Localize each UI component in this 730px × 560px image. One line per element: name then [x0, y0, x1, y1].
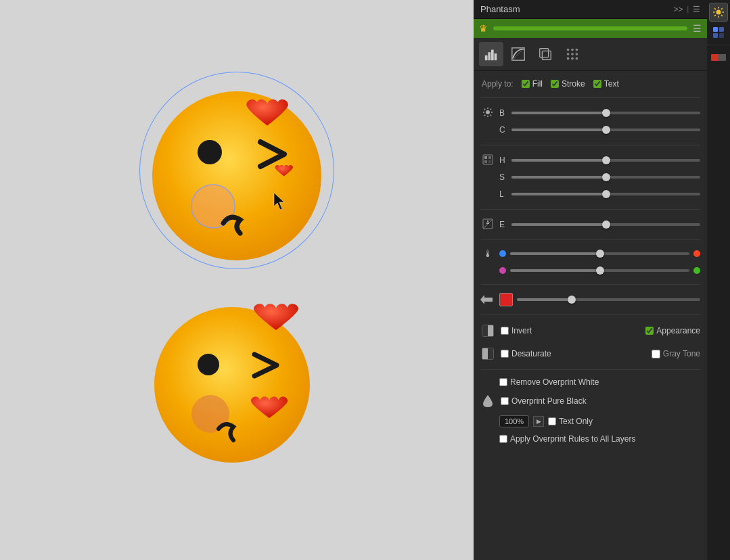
- drop-icon: [480, 394, 495, 409]
- contrast-slider[interactable]: [511, 129, 700, 131]
- temperature-slider-2[interactable]: [510, 269, 689, 272]
- brightness-label: B: [499, 108, 507, 118]
- apply-overprint-text: Apply Overprint Rules to All Layers: [510, 434, 635, 444]
- color-slider[interactable]: [517, 298, 700, 301]
- bc-sliders: B C: [480, 104, 700, 139]
- stroke-checkbox-label[interactable]: Stroke: [551, 79, 585, 89]
- text-checkbox-label[interactable]: Text: [593, 79, 619, 89]
- expand-icon[interactable]: >>: [673, 5, 683, 14]
- fill-checkbox-label[interactable]: Fill: [522, 79, 543, 89]
- lightness-row: L: [480, 187, 700, 202]
- svg-point-17: [571, 49, 574, 51]
- gray-tone-checkbox[interactable]: [652, 350, 660, 358]
- brightness-slider[interactable]: [511, 112, 700, 114]
- exposure-section: E: [480, 216, 700, 233]
- apply-overprint-label[interactable]: Apply Overprint Rules to All Layers: [480, 434, 635, 444]
- saturation-slider[interactable]: [511, 176, 700, 179]
- saturation-row: S: [480, 170, 700, 185]
- percent-input[interactable]: 100%: [499, 415, 529, 427]
- hue-thumb[interactable]: [602, 156, 610, 164]
- panel-title: Phantasm: [480, 4, 520, 14]
- svg-line-30: [484, 109, 485, 110]
- exposure-slider[interactable]: [511, 223, 700, 226]
- thermometer-icon: 🌡: [480, 248, 495, 259]
- svg-line-56: [721, 15, 723, 16]
- invert-row: Invert Appearance: [480, 321, 700, 340]
- temp1-thumb[interactable]: [596, 250, 604, 258]
- svg-rect-61: [713, 33, 718, 38]
- svg-rect-36: [488, 156, 491, 159]
- toolbar-sun-btn[interactable]: [709, 3, 728, 22]
- svg-point-16: [567, 49, 570, 51]
- lightness-thumb[interactable]: [602, 190, 610, 198]
- emoji-bottom[interactable]: [151, 294, 323, 472]
- appearance-checkbox-label[interactable]: Appearance: [645, 326, 700, 335]
- divider-7: [480, 369, 700, 370]
- overprint-black-label[interactable]: Overprint Pure Black: [501, 396, 587, 406]
- saturation-thumb[interactable]: [602, 173, 610, 181]
- svg-rect-62: [719, 33, 724, 38]
- fill-checkbox[interactable]: [522, 80, 530, 88]
- desaturate-checkbox[interactable]: [501, 350, 509, 358]
- tab-histogram[interactable]: [479, 42, 503, 66]
- hue-row: H: [480, 153, 700, 168]
- hue-slider[interactable]: [511, 159, 700, 162]
- emoji-bottom-svg: [151, 294, 323, 469]
- svg-point-3: [198, 140, 222, 164]
- temperature-slider-1[interactable]: [510, 252, 689, 255]
- canvas-area: [0, 0, 474, 560]
- remove-overprint-label[interactable]: Remove Overprint White: [480, 377, 599, 387]
- toolbar-grid-btn[interactable]: [709, 23, 728, 42]
- tab-layers[interactable]: [533, 42, 557, 66]
- temp2-fill: [510, 269, 600, 272]
- toolbar-color-btn[interactable]: [709, 48, 728, 67]
- temp-row-2: [480, 263, 700, 278]
- color-thumb[interactable]: [568, 296, 576, 304]
- temp-row-1: 🌡: [480, 246, 700, 261]
- exposure-thumb[interactable]: [602, 220, 610, 229]
- stroke-checkbox[interactable]: [551, 80, 559, 88]
- text-only-text: Text Only: [559, 417, 593, 426]
- svg-rect-14: [540, 49, 549, 57]
- contrast-label: C: [499, 125, 507, 135]
- apply-overprint-checkbox[interactable]: [499, 435, 507, 443]
- pink-dot: [499, 267, 506, 274]
- crown-menu-icon[interactable]: ☰: [693, 23, 702, 34]
- svg-point-19: [567, 53, 570, 55]
- text-only-checkbox[interactable]: [548, 417, 556, 425]
- menu-icon[interactable]: ☰: [693, 5, 700, 14]
- tab-curves[interactable]: [506, 42, 530, 66]
- gray-tone-label[interactable]: Gray Tone: [652, 349, 700, 358]
- desaturate-checkbox-label[interactable]: Desaturate: [501, 349, 551, 358]
- color-swatch[interactable]: [499, 293, 513, 306]
- overprint-black-checkbox[interactable]: [501, 397, 509, 405]
- divider-2: [480, 145, 700, 145]
- remove-overprint-row: Remove Overprint White: [480, 376, 700, 388]
- fill-label: Fill: [532, 79, 543, 89]
- apply-to-label: Apply to:: [482, 79, 514, 89]
- desaturate-label: Desaturate: [511, 349, 551, 358]
- brightness-thumb[interactable]: [602, 109, 610, 117]
- emoji-top-selected[interactable]: [142, 74, 332, 266]
- svg-rect-15: [542, 51, 551, 60]
- percent-arrow-btn[interactable]: ▶: [533, 416, 544, 427]
- remove-overprint-checkbox[interactable]: [499, 378, 507, 386]
- lightness-fill: [511, 193, 606, 195]
- invert-checkbox-label[interactable]: Invert: [501, 326, 532, 335]
- contrast-thumb[interactable]: [602, 126, 610, 134]
- appearance-label: Appearance: [656, 326, 700, 335]
- text-only-label[interactable]: Text Only: [548, 417, 593, 426]
- svg-rect-64: [711, 54, 718, 61]
- overprint-black-text: Overprint Pure Black: [511, 396, 587, 406]
- tab-dots[interactable]: [560, 42, 585, 66]
- temperature-section: 🌡: [480, 246, 700, 278]
- lightness-slider[interactable]: [511, 193, 700, 195]
- temp2-thumb[interactable]: [596, 266, 604, 275]
- text-checkbox[interactable]: [593, 80, 601, 88]
- svg-line-32: [491, 109, 491, 110]
- text-label: Text: [604, 79, 619, 89]
- invert-checkbox[interactable]: [501, 327, 509, 335]
- desaturate-row: Desaturate Gray Tone: [480, 344, 700, 363]
- appearance-checkbox[interactable]: [645, 327, 654, 335]
- overprint-black-row: Overprint Pure Black: [480, 392, 700, 410]
